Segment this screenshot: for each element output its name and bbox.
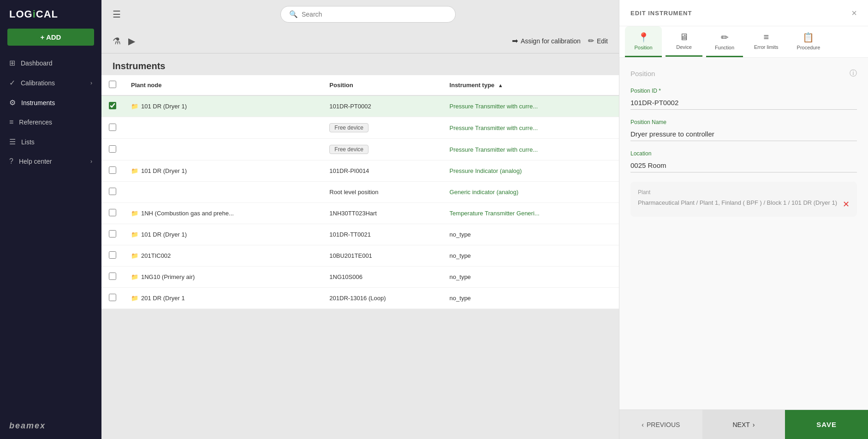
position-cell: 1NG10S006	[322, 267, 442, 288]
row-checkbox[interactable]	[109, 294, 116, 301]
tab-procedure[interactable]: 📋 Procedure	[790, 26, 828, 57]
tab-position[interactable]: 📍 Position	[625, 26, 662, 57]
procedure-tab-icon: 📋	[803, 32, 814, 43]
edit-panel: EDIT INSTRUMENT × 📍 Position 🖥 Device ✏ …	[619, 0, 868, 439]
sidebar-item-label: Help center	[19, 158, 52, 165]
row-checkbox[interactable]	[109, 102, 116, 109]
help-icon: ?	[9, 157, 13, 166]
table-row[interactable]: Free devicePressure Transmitter with cur…	[101, 117, 619, 139]
edit-tabs: 📍 Position 🖥 Device ✏ Function ≡ Error l…	[619, 26, 868, 58]
position-name-group: Position Name	[630, 119, 857, 141]
chevron-right-icon: ›	[90, 158, 92, 165]
table-row[interactable]: Free devicePressure Transmitter with cur…	[101, 139, 619, 160]
prev-arrow-icon: ‹	[642, 421, 644, 428]
error-limits-tab-icon: ≡	[763, 32, 769, 42]
device-tab-icon: 🖥	[679, 32, 689, 42]
sidebar-item-lists[interactable]: ☰ Lists	[0, 132, 101, 152]
hamburger-icon[interactable]: ☰	[113, 9, 121, 20]
instruments-title: Instruments	[101, 53, 619, 75]
row-checkbox[interactable]	[109, 124, 116, 131]
sidebar-item-dashboard[interactable]: ⊞ Dashboard	[0, 53, 101, 73]
table-row[interactable]: 📁201 DR (Dryer 1201DR-13016 (Loop)no_typ…	[101, 288, 619, 309]
next-label: NEXT	[733, 421, 750, 428]
position-id-group: Position ID	[630, 88, 857, 110]
edit-button[interactable]: ✏ Edit	[588, 36, 608, 45]
function-tab-icon: ✏	[721, 32, 729, 43]
free-device-badge: Free device	[329, 123, 369, 132]
instrument-type-cell: Temperature Transmitter Generi...	[442, 203, 619, 224]
table-row[interactable]: 📁101 DR (Dryer 1)101DR-PI0014Pressure In…	[101, 160, 619, 182]
table-row[interactable]: 📁1NG10 (Primery air)1NG10S006no_type	[101, 267, 619, 288]
table-row[interactable]: Root level positionGeneric indicator (an…	[101, 182, 619, 203]
logo-dot: i	[33, 8, 36, 20]
search-box[interactable]: 🔍	[280, 6, 456, 23]
search-input[interactable]	[302, 11, 447, 18]
tab-function[interactable]: ✏ Function	[706, 26, 743, 57]
tab-device[interactable]: 🖥 Device	[666, 26, 702, 57]
row-checkbox[interactable]	[109, 166, 116, 174]
instrument-type-cell: no_type	[442, 224, 619, 245]
close-button[interactable]: ×	[851, 8, 857, 18]
instrument-type-cell: Pressure Transmitter with curre...	[442, 139, 619, 160]
location-input[interactable]	[630, 159, 857, 172]
instrument-type-cell: no_type	[442, 267, 619, 288]
position-cell: Root level position	[322, 182, 442, 203]
sidebar-item-label: Calibrations	[21, 79, 55, 87]
plant-label: Plant	[638, 189, 850, 196]
edit-panel-title: EDIT INSTRUMENT	[630, 10, 692, 17]
position-cell: 1NH30TT023Hart	[322, 203, 442, 224]
folder-icon: 📁	[131, 231, 138, 238]
info-icon[interactable]: ⓘ	[850, 69, 857, 78]
calibrations-icon: ✓	[9, 78, 15, 87]
sidebar-item-calibrations[interactable]: ✓ Calibrations ›	[0, 73, 101, 93]
sidebar-item-help[interactable]: ? Help center ›	[0, 152, 101, 171]
table-row[interactable]: 📁201TIC00210BU201TE001no_type	[101, 245, 619, 267]
table-row[interactable]: 📁101 DR (Dryer 1)101DR-PT0002Pressure Tr…	[101, 95, 619, 117]
filter-icon[interactable]: ⚗	[113, 36, 121, 47]
plant-remove-button[interactable]: ✕	[843, 199, 850, 209]
position-id-input[interactable]	[630, 96, 857, 110]
edit-header: EDIT INSTRUMENT ×	[619, 0, 868, 26]
previous-button[interactable]: ‹ PREVIOUS	[619, 410, 702, 439]
select-all-checkbox[interactable]	[109, 81, 116, 88]
main-content: ☰ 🔍 ⚗ ▶ ➡ Assign for calibration ✏ Edit …	[101, 0, 619, 439]
procedure-tab-label: Procedure	[797, 45, 820, 50]
sidebar-item-references[interactable]: ≡ References	[0, 113, 101, 132]
row-checkbox[interactable]	[109, 273, 116, 280]
position-cell: 201DR-13016 (Loop)	[322, 288, 442, 309]
location-label: Location	[630, 150, 857, 157]
position-cell: Free device	[322, 117, 442, 139]
select-all-header[interactable]	[101, 75, 124, 95]
table-row[interactable]: 📁1NH (Combustion gas and prehe...1NH30TT…	[101, 203, 619, 224]
dashboard-icon: ⊞	[9, 59, 15, 67]
row-checkbox[interactable]	[109, 209, 116, 216]
row-checkbox[interactable]	[109, 145, 116, 153]
sidebar-item-instruments[interactable]: ⚙ Instruments	[0, 93, 101, 113]
plant-node-cell: 📁1NH (Combustion gas and prehe...	[124, 203, 322, 224]
position-tab-icon: 📍	[638, 32, 649, 43]
row-checkbox[interactable]	[109, 230, 116, 237]
tab-error-limits[interactable]: ≡ Error limits	[747, 26, 786, 57]
play-icon[interactable]: ▶	[128, 36, 135, 47]
next-arrow-icon: ›	[753, 421, 755, 428]
row-checkbox[interactable]	[109, 188, 116, 195]
edit-body: Position ⓘ Position ID Position Name Loc…	[619, 58, 868, 409]
function-tab-label: Function	[715, 45, 734, 50]
position-cell: 101DR-PT0002	[322, 95, 442, 117]
col-position: Position	[322, 75, 442, 95]
table-row[interactable]: 📁101 DR (Dryer 1)101DR-TT0021no_type	[101, 224, 619, 245]
save-button[interactable]: SAVE	[785, 410, 868, 439]
position-name-input[interactable]	[630, 127, 857, 141]
error-limits-tab-label: Error limits	[754, 44, 779, 50]
assign-calibration-button[interactable]: ➡ Assign for calibration	[512, 36, 581, 45]
instrument-type-cell: Generic indicator (analog)	[442, 182, 619, 203]
row-checkbox[interactable]	[109, 251, 116, 259]
next-button[interactable]: NEXT ›	[702, 410, 785, 439]
add-button[interactable]: + ADD	[7, 29, 94, 46]
assign-icon: ➡	[512, 36, 518, 45]
instruments-table: Plant node Position Instrument type ▲ 📁1…	[101, 75, 619, 309]
instrument-type-cell: no_type	[442, 245, 619, 267]
search-icon: 🔍	[289, 10, 298, 18]
position-name-label: Position Name	[630, 119, 857, 125]
col-instrument-type: Instrument type ▲	[442, 75, 619, 95]
